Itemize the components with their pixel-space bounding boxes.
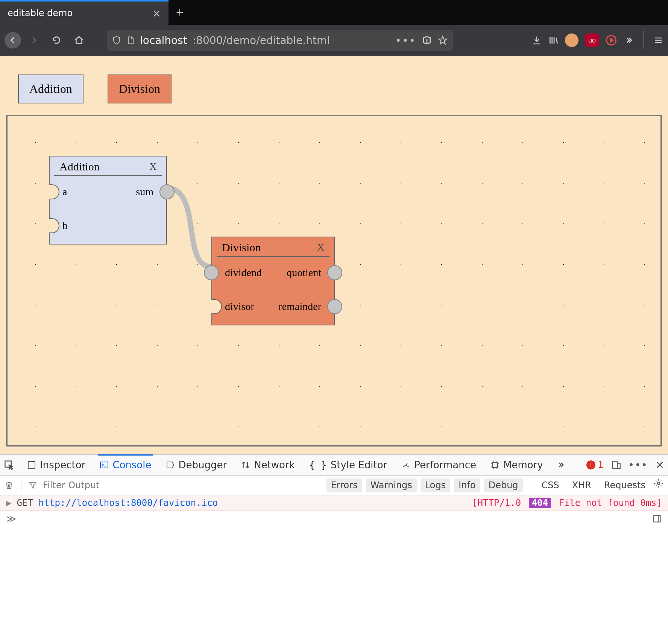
node-division[interactable]: Division X dividend quotient divisor rem…	[211, 237, 335, 325]
error-count: 1	[598, 460, 603, 470]
input-port-dividend[interactable]	[204, 265, 219, 280]
menu-icon[interactable]	[653, 36, 663, 45]
back-button[interactable]	[5, 32, 21, 49]
filter-icon[interactable]	[29, 481, 37, 489]
node-addition[interactable]: Addition X a sum b	[49, 156, 167, 245]
tab-network[interactable]: Network	[240, 455, 296, 475]
home-button[interactable]	[69, 30, 89, 50]
toggle-requests[interactable]: Requests	[600, 478, 650, 492]
responsive-icon[interactable]	[611, 460, 621, 470]
browser-tab[interactable]: editable demo ×	[0, 0, 169, 25]
extension2-icon[interactable]	[606, 35, 617, 46]
toggle-debug[interactable]: Debug	[484, 478, 523, 492]
tab-strip: editable demo × +	[0, 0, 668, 25]
forward-button[interactable]	[24, 30, 44, 50]
reader-icon[interactable]	[422, 35, 432, 45]
toggle-css[interactable]: CSS	[537, 478, 564, 492]
tab-label: Debugger	[179, 459, 227, 471]
tab-label: Console	[112, 459, 151, 471]
ublock-icon[interactable]: uo	[585, 33, 599, 47]
input-port-divisor[interactable]	[211, 299, 222, 314]
overflow-icon[interactable]	[556, 461, 566, 469]
tab-title: editable demo	[8, 8, 73, 18]
browser-chrome: editable demo × + localhost:8000/demo/ed…	[0, 0, 668, 56]
console-log-row[interactable]: ▶ GET http://localhost:8000/favicon.ico …	[0, 495, 668, 511]
close-icon[interactable]: X	[317, 242, 324, 253]
tab-style-editor[interactable]: { } Style Editor	[308, 455, 389, 475]
svg-rect-2	[28, 462, 35, 468]
extension-icon[interactable]	[565, 33, 578, 47]
gear-icon[interactable]	[654, 478, 663, 488]
toggle-info[interactable]: Info	[454, 478, 480, 492]
input-label-a: a	[62, 186, 67, 198]
tab-memory[interactable]: Memory	[489, 455, 545, 475]
close-icon[interactable]: ✕	[656, 459, 664, 471]
input-port-b[interactable]	[49, 218, 59, 233]
output-port-sum[interactable]	[159, 184, 175, 199]
tab-label: Network	[254, 459, 295, 471]
page-icon	[126, 35, 135, 45]
input-label-b: b	[62, 220, 68, 232]
output-label-remainder: remainder	[279, 301, 322, 313]
error-count-badge[interactable]: !1	[586, 460, 603, 470]
log-method: GET	[17, 498, 33, 508]
node-body: dividend quotient divisor remainder	[212, 257, 334, 325]
close-icon[interactable]: X	[149, 161, 156, 172]
output-port-remainder[interactable]	[327, 299, 342, 314]
overflow-icon[interactable]	[624, 36, 634, 45]
toolbar: localhost:8000/demo/editable.html ••• uo	[0, 25, 668, 56]
svg-rect-8	[653, 515, 661, 522]
url-bar[interactable]: localhost:8000/demo/editable.html •••	[107, 30, 453, 51]
svg-rect-5	[612, 461, 617, 469]
status-code: 404	[529, 498, 551, 508]
node-header[interactable]: Division X	[217, 237, 329, 257]
toggle-errors[interactable]: Errors	[326, 478, 362, 492]
close-icon[interactable]: ×	[152, 7, 161, 20]
toggle-warnings[interactable]: Warnings	[366, 478, 417, 492]
tab-inspector[interactable]: Inspector	[26, 455, 87, 475]
palette-division[interactable]: Division	[108, 74, 172, 103]
toolbar-right: uo	[532, 31, 663, 49]
node-body: a sum b	[50, 176, 166, 244]
kebab-icon[interactable]: •••	[629, 459, 648, 471]
log-url[interactable]: http://localhost:8000/favicon.ico	[38, 498, 218, 508]
toggle-xhr[interactable]: XHR	[568, 478, 596, 492]
filter-input[interactable]	[43, 480, 193, 491]
pick-element-icon[interactable]	[4, 460, 14, 470]
output-label-sum: sum	[136, 186, 153, 198]
reload-button[interactable]	[47, 30, 66, 50]
input-port-a[interactable]	[49, 184, 59, 199]
node-palette: Addition Division	[6, 67, 662, 115]
output-port-quotient[interactable]	[327, 265, 342, 280]
node-title: Addition	[59, 160, 100, 173]
svg-point-7	[657, 482, 660, 485]
toggle-logs[interactable]: Logs	[421, 478, 450, 492]
console-filter-bar: | Errors Warnings Logs Info Debug CSS XH…	[0, 476, 668, 495]
downloads-icon[interactable]	[532, 35, 542, 45]
new-tab-button[interactable]: +	[169, 0, 191, 25]
tab-debugger[interactable]: Debugger	[164, 455, 229, 475]
shield-icon[interactable]	[112, 35, 121, 45]
bookmark-icon[interactable]	[438, 35, 448, 45]
url-host: localhost	[140, 34, 187, 47]
trash-icon[interactable]	[5, 481, 14, 490]
node-header[interactable]: Addition X	[54, 156, 162, 176]
tab-console[interactable]: Console	[98, 454, 153, 475]
devtools-tabs: Inspector Console Debugger Network { } S…	[0, 454, 668, 476]
svg-rect-6	[617, 464, 620, 469]
tab-label: Performance	[414, 459, 476, 471]
split-icon[interactable]	[652, 514, 662, 524]
tab-performance[interactable]: Performance	[400, 455, 478, 475]
palette-addition[interactable]: Addition	[18, 74, 84, 103]
page-actions-icon[interactable]: •••	[395, 34, 416, 47]
separator	[643, 31, 644, 49]
node-title: Division	[222, 241, 261, 254]
tab-label: Inspector	[40, 459, 85, 471]
expand-icon[interactable]: ▶	[6, 498, 11, 508]
library-icon[interactable]	[548, 35, 558, 45]
chevron-icon[interactable]: ≫	[6, 513, 16, 524]
editor-canvas[interactable]: Addition X a sum b Division X	[6, 115, 662, 447]
tab-label: Style Editor	[331, 459, 387, 471]
tab-label: Memory	[503, 459, 543, 471]
url-path: :8000/demo/editable.html	[193, 34, 330, 47]
